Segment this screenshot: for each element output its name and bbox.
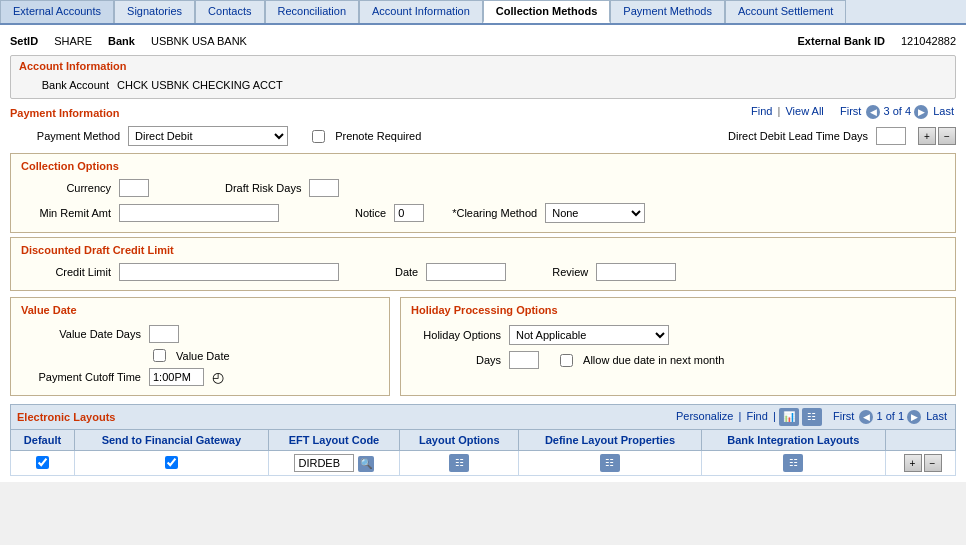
- draft-risk-days-input[interactable]: [309, 179, 339, 197]
- draft-risk-days-label: Draft Risk Days: [225, 182, 301, 194]
- find-link[interactable]: Find: [751, 105, 772, 117]
- eft-search-icon[interactable]: 🔍: [358, 456, 374, 472]
- first-link[interactable]: First: [840, 105, 861, 117]
- payment-cutoff-input[interactable]: [149, 368, 204, 386]
- currency-label: Currency: [21, 182, 111, 194]
- elayout-next-arrow[interactable]: ▶: [907, 410, 921, 424]
- cell-eft-layout-code: 🔍: [268, 451, 400, 476]
- bank-integration-icon[interactable]: ☷: [783, 454, 803, 472]
- bank-account-value: CHCK USBNK CHECKING ACCT: [117, 79, 283, 91]
- credit-limit-input[interactable]: [119, 263, 339, 281]
- value-date-days-row: Value Date Days: [21, 322, 379, 346]
- tab-reconciliation[interactable]: Reconciliation: [265, 0, 359, 23]
- col-define-layout: Define Layout Properties: [519, 430, 701, 451]
- external-bank-id-value: 121042882: [901, 35, 956, 47]
- payment-information-title: Payment Information: [10, 107, 119, 119]
- elayout-find-link[interactable]: Find: [746, 410, 767, 422]
- days-label: Days: [411, 354, 501, 366]
- min-remit-input[interactable]: [119, 204, 279, 222]
- prev-arrow[interactable]: ◀: [866, 105, 880, 119]
- days-input[interactable]: [509, 351, 539, 369]
- currency-input[interactable]: [119, 179, 149, 197]
- payment-info-header: Payment Information Find | View All Firs…: [10, 103, 956, 121]
- collection-options-title: Collection Options: [21, 160, 119, 172]
- holiday-options-row: Holiday Options Not Applicable Before Af…: [411, 322, 945, 348]
- bank-account-label: Bank Account: [19, 79, 109, 91]
- elayout-export-icon[interactable]: 📊: [779, 408, 799, 426]
- cell-row-actions: + −: [886, 451, 956, 476]
- tab-signatories[interactable]: Signatories: [114, 0, 195, 23]
- layout-options-icon[interactable]: ☷: [449, 454, 469, 472]
- payment-cutoff-row: Payment Cutoff Time ◴: [21, 365, 379, 389]
- direct-debit-days-input[interactable]: [876, 127, 906, 145]
- elayout-prev-arrow[interactable]: ◀: [859, 410, 873, 424]
- payment-cutoff-label: Payment Cutoff Time: [21, 371, 141, 383]
- send-gateway-checkbox[interactable]: [165, 456, 178, 469]
- col-actions: [886, 430, 956, 451]
- holiday-options-label: Holiday Options: [411, 329, 501, 341]
- tab-collection-methods[interactable]: Collection Methods: [483, 0, 610, 23]
- tab-payment-methods[interactable]: Payment Methods: [610, 0, 725, 23]
- add-button[interactable]: +: [918, 127, 936, 145]
- date-label: Date: [395, 266, 418, 278]
- col-default: Default: [11, 430, 75, 451]
- clearing-method-select[interactable]: None SWIFT ACH CHECK: [545, 203, 645, 223]
- tab-account-settlement[interactable]: Account Settlement: [725, 0, 846, 23]
- collection-options-section: Collection Options Currency Draft Risk D…: [10, 153, 956, 233]
- next-arrow[interactable]: ▶: [914, 105, 928, 119]
- electronic-layouts-section: Electronic Layouts Personalize | Find | …: [10, 404, 956, 476]
- holiday-options-select[interactable]: Not Applicable Before After: [509, 325, 669, 345]
- credit-limit-row: Credit Limit Date Review: [21, 260, 945, 284]
- min-remit-label: Min Remit Amt: [21, 207, 111, 219]
- cell-define-layout: ☷: [519, 451, 701, 476]
- elayout-view-icon[interactable]: ☷: [802, 408, 822, 426]
- value-date-section: Value Date Value Date Days Value Date Pa…: [10, 297, 390, 396]
- allow-due-date-label: Allow due date in next month: [583, 354, 724, 366]
- elayout-personalize-link[interactable]: Personalize: [676, 410, 733, 422]
- payment-method-select[interactable]: Direct Debit: [128, 126, 288, 146]
- tab-contacts[interactable]: Contacts: [195, 0, 264, 23]
- allow-due-date-checkbox[interactable]: [560, 354, 573, 367]
- last-link[interactable]: Last: [933, 105, 954, 117]
- date-input[interactable]: [426, 263, 506, 281]
- value-date-checkbox[interactable]: [153, 349, 166, 362]
- default-checkbox[interactable]: [36, 456, 49, 469]
- clock-icon[interactable]: ◴: [212, 369, 224, 385]
- holiday-processing-title: Holiday Processing Options: [411, 304, 558, 316]
- view-all-link[interactable]: View All: [785, 105, 823, 117]
- eft-layout-code-input[interactable]: [294, 454, 354, 472]
- cell-layout-options: ☷: [400, 451, 519, 476]
- value-date-checkbox-label: Value Date: [176, 350, 230, 362]
- value-date-days-label: Value Date Days: [21, 328, 141, 340]
- payment-method-label: Payment Method: [10, 130, 120, 142]
- elayout-page-info: 1 of 1: [877, 410, 905, 422]
- row-add-remove: + −: [904, 454, 942, 472]
- review-input[interactable]: [596, 263, 676, 281]
- account-information-section: Account Information Bank Account CHCK US…: [10, 55, 956, 99]
- account-information-title: Account Information: [19, 60, 127, 72]
- row-add-button[interactable]: +: [904, 454, 922, 472]
- review-label: Review: [552, 266, 588, 278]
- bank-value: USBNK USA BANK: [151, 35, 247, 47]
- prenote-required-checkbox[interactable]: [312, 130, 325, 143]
- value-date-days-input[interactable]: [149, 325, 179, 343]
- payment-nav: Find | View All First ◀ 3 of 4 ▶ Last: [749, 105, 956, 119]
- value-date-title: Value Date: [21, 304, 77, 316]
- tab-bar: External Accounts Signatories Contacts R…: [0, 0, 966, 25]
- notice-label: Notice: [355, 207, 386, 219]
- remove-button[interactable]: −: [938, 127, 956, 145]
- define-layout-icon[interactable]: ☷: [600, 454, 620, 472]
- col-send-to-gateway: Send to Financial Gateway: [74, 430, 268, 451]
- tab-account-information[interactable]: Account Information: [359, 0, 483, 23]
- page-info: 3 of 4: [884, 105, 912, 117]
- row-remove-button[interactable]: −: [924, 454, 942, 472]
- direct-debit-label: Direct Debit Lead Time Days: [728, 130, 868, 142]
- bank-label: Bank: [108, 35, 135, 47]
- setid-label: SetID: [10, 35, 38, 47]
- tab-external-accounts[interactable]: External Accounts: [0, 0, 114, 23]
- elayout-first-link[interactable]: First: [833, 410, 854, 422]
- col-layout-options: Layout Options: [400, 430, 519, 451]
- notice-input[interactable]: [394, 204, 424, 222]
- elayout-last-link[interactable]: Last: [926, 410, 947, 422]
- elayout-nav: Personalize | Find | 📊 ☷ First ◀ 1 of 1 …: [674, 408, 949, 426]
